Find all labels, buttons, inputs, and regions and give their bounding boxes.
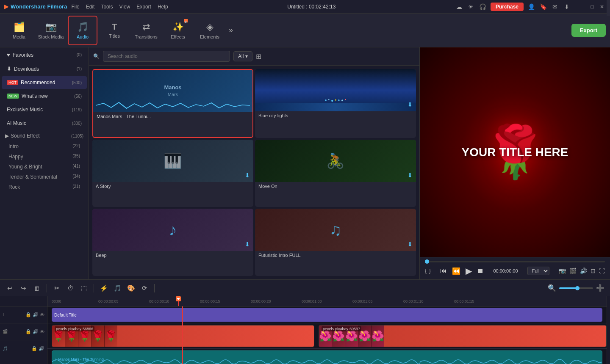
toolbar-effects[interactable]: ✨ Effects ● [163,16,193,45]
export-button[interactable]: Export [571,24,606,37]
play-button[interactable]: ▶ [466,266,472,276]
toolbar-transitions[interactable]: ⇄ Transitions [131,16,161,45]
preview-video[interactable]: 🌹 YOUR TITLE HERE [420,47,610,257]
user-icon[interactable]: 👤 [527,3,535,11]
zoom-in-button[interactable]: ➕ [595,283,606,294]
time-display: 00:00:00:00 [493,268,518,273]
skip-back-button[interactable]: ⏮ [440,267,447,275]
zoom-dot[interactable] [575,286,580,290]
aspect-ratio-button[interactable]: ⊡ [591,267,596,274]
volume-button[interactable]: 🔊 [580,267,587,274]
sidebar-item-happy[interactable]: Happy (35) [0,152,89,162]
video-clip-1[interactable]: 🌹 🌹 🌹 🌹 🌹 pexels-pixabay-56866 [52,325,314,347]
whats-new-count: (56) [74,94,82,99]
download-icon[interactable]: ⬇ [563,3,571,11]
audio-button[interactable]: 🎵 [112,283,123,294]
audio-mute-icon[interactable]: 🔊 [39,346,44,351]
audio-card-a-story[interactable]: 🎹 ⬇ A Story [92,140,253,207]
title-clip-label: Default Title [52,313,79,317]
video1-mute-icon[interactable]: 🔊 [33,329,39,334]
video1-lock-icon[interactable]: 🔒 [25,329,31,334]
ai-music-label: AI Music [7,120,26,126]
playhead-head [176,296,181,301]
stabilize-button[interactable]: ⟳ [139,283,150,294]
split-button[interactable]: ⚡ [98,283,109,294]
title-mute-icon[interactable]: 🔊 [33,312,39,317]
sidebar-item-tender[interactable]: Tender & Sentimental (34) [0,172,89,182]
audio-card-manos-mars[interactable]: Manos Mars Manos Mars - The Tunni... [92,69,253,138]
sidebar-item-young-bright[interactable]: Young & Bright (41) [0,162,89,172]
undo-button[interactable]: ↩ [4,283,15,294]
sidebar-item-recommended[interactable]: HOT Recommended (500) [2,76,87,89]
content-area: ♥ Favorites (0) ⬇ Downloads (1) HOT Reco… [0,47,610,279]
bracket-close-icon[interactable]: } [429,268,431,274]
video1-eye-icon[interactable]: 👁 [40,329,44,334]
audio-card-beep[interactable]: ♪ ⬇ Beep [92,209,253,276]
grid-view-icon[interactable]: ⊞ [256,52,261,61]
blue-city-thumb: ● ● ● ● ● ● ● ⬇ [255,69,416,111]
cloud-icon[interactable]: ☁ [455,3,463,11]
sun-icon[interactable]: ☀ [467,3,475,11]
menu-export[interactable]: Export [136,4,151,10]
toolbar-stock-media[interactable]: 📷 Stock Media [36,16,66,45]
menu-file[interactable]: File [71,4,79,10]
title-lock-icon[interactable]: 🔒 [25,312,31,317]
timeline-scrollbar-handle[interactable] [607,0,610,16]
zoom-bar[interactable] [559,287,593,289]
crop-button[interactable]: ⬚ [78,283,89,294]
cut-button[interactable]: ✂ [51,283,62,294]
preview-progress-bar[interactable] [425,261,605,262]
maximize-button[interactable]: □ [588,3,596,11]
toolbar-titles[interactable]: T Titles [100,16,129,45]
sidebar-item-ai-music[interactable]: AI Music (300) [2,117,87,130]
redo-button[interactable]: ↪ [18,283,29,294]
step-back-button[interactable]: ⏪ [452,267,460,275]
title-eye-icon[interactable]: 👁 [40,312,44,317]
zoom-out-button[interactable]: 🔍 [546,283,557,294]
toolbar-audio[interactable]: 🎵 Audio [68,16,97,45]
search-input[interactable] [103,51,230,62]
sidebar-item-rock[interactable]: Rock (21) [0,182,89,192]
speed-button[interactable]: ⏱ [65,283,76,294]
filter-dropdown[interactable]: All ▾ [233,51,252,61]
toolbar-elements[interactable]: ◈ Elements [195,16,225,45]
sidebar-item-downloads[interactable]: ⬇ Downloads (1) [2,62,87,75]
screenshot-button[interactable]: 📷 [559,267,566,274]
toolbar-media[interactable]: 🗂️ Media [4,16,34,45]
camera-button[interactable]: 🎬 [569,267,577,274]
headset-icon[interactable]: 🎧 [479,3,487,11]
audio-card-futuristic[interactable]: ♫ ⬇ Futuristic Intro FULL [255,209,416,276]
audio-clip[interactable]: ♪ Manos Mars - The Tunning [52,350,602,364]
sidebar-item-intro[interactable]: Intro (22) [0,141,89,152]
sidebar-item-favorites[interactable]: ♥ Favorites (0) [2,48,87,61]
quality-select[interactable]: Full [527,267,549,275]
menu-tools[interactable]: Tools [101,4,113,10]
fullscreen-button[interactable]: ⛶ [599,267,605,274]
menu-help[interactable]: Help [158,4,168,10]
mail-icon[interactable]: ✉ [551,3,559,11]
audio-card-move-on[interactable]: 🚴 ⬇ Move On [255,140,416,207]
sidebar-item-sound-effect[interactable]: ▶ Sound Effect (1105) [0,130,89,141]
sound-effect-expand-icon: ▶ [5,133,9,139]
audio-card-blue-city[interactable]: ● ● ● ● ● ● ● ⬇ Blue city lights [255,69,416,138]
color-button[interactable]: 🎨 [125,283,136,294]
video-clip-2[interactable]: 🌺 🌺 🌺 🌺 🌺 pexels-pixabay-60597 [319,325,607,347]
close-button[interactable]: ✕ [598,3,606,11]
title-clip[interactable]: Default Title [52,308,602,322]
sidebar-item-whats-new[interactable]: NEW What's new (56) [2,90,87,102]
purchase-button[interactable]: Purchase [491,3,524,11]
menu-view[interactable]: View [119,4,130,10]
stop-button[interactable]: ⏹ [477,267,484,275]
sidebar-item-exclusive[interactable]: Exclusive Music (119) [2,103,87,116]
bookmark-icon[interactable]: 🔖 [539,3,547,11]
menu-edit[interactable]: Edit [86,4,95,10]
timeline-scrollbar[interactable] [607,296,610,364]
audio-lock-icon[interactable]: 🔒 [31,346,37,351]
minimize-button[interactable]: ─ [579,3,586,11]
delete-button[interactable]: 🗑 [31,283,42,294]
tl-content: Default Title 🌹 🌹 🌹 🌹 🌹 pexels-pixaba [47,306,607,364]
toolbar-expand-button[interactable]: » [229,26,233,35]
ruler-100: 00:00:01:00 [302,299,322,303]
main-toolbar: 🗂️ Media 📷 Stock Media 🎵 Audio T Titles … [0,14,610,47]
bracket-open-icon[interactable]: { [425,268,427,274]
